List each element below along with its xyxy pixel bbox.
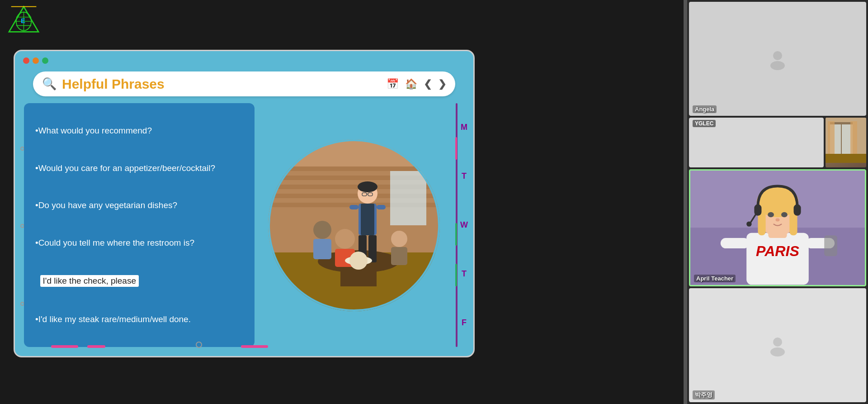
- svg-point-39: [773, 51, 782, 60]
- april-video-bg: PARIS: [690, 171, 865, 285]
- bottom-deco-1: [51, 345, 78, 348]
- svg-rect-25: [361, 204, 374, 235]
- svg-text:PARIS: PARIS: [756, 243, 799, 260]
- home-icon[interactable]: 🏠: [405, 78, 417, 90]
- svg-point-63: [746, 222, 751, 227]
- svg-point-58: [781, 212, 788, 217]
- phrase-6: •I'd like my steak rare/medium/well done…: [35, 314, 243, 324]
- marker-t2: [455, 264, 457, 286]
- panel-divider[interactable]: [684, 0, 687, 404]
- participant-angela: Angela: [689, 2, 866, 116]
- phrase-2: •Would you care for an appetizer/beer/co…: [35, 163, 243, 173]
- bottom-deco-2: [87, 345, 105, 348]
- svg-point-59: [775, 219, 779, 222]
- participant-park: 박주영: [689, 288, 866, 402]
- slide-container: 🔍 Helpful Phrases 📅 🏠 ❮ ❯ M T W T: [14, 50, 475, 357]
- toolbar-icons: 📅 🏠 ❮ ❯: [387, 78, 446, 90]
- weekday-letters: M T W T F: [460, 103, 468, 347]
- phrase-3: •Do you have any vegetarian dishes?: [35, 200, 243, 210]
- thumbnail-scene: [826, 118, 866, 163]
- phrase-4: •Could you tell me where the restroom is…: [35, 238, 243, 248]
- park-no-video-icon: [766, 334, 789, 356]
- svg-rect-64: [721, 238, 749, 248]
- logo: E: [7, 5, 43, 36]
- svg-rect-61: [794, 204, 801, 216]
- letter-f: F: [462, 318, 467, 328]
- phrase-1: •What would you recommend?: [35, 126, 243, 136]
- svg-rect-10: [268, 166, 440, 171]
- svg-point-32: [335, 229, 355, 249]
- marker-w: [455, 223, 457, 246]
- restaurant-image: [268, 139, 440, 311]
- restaurant-image-container: [261, 103, 446, 347]
- minimize-dot[interactable]: [33, 57, 39, 64]
- svg-rect-26: [349, 205, 359, 209]
- svg-text:E: E: [21, 17, 25, 24]
- phrase-highlight: I'd like the check, please: [40, 275, 139, 287]
- phrase-5: I'd like the check, please: [35, 275, 243, 287]
- svg-point-67: [773, 337, 782, 347]
- svg-rect-27: [377, 205, 386, 209]
- close-dot[interactable]: [23, 57, 29, 64]
- svg-rect-46: [850, 121, 857, 155]
- phrases-card: •What would you recommend? •Would you ca…: [24, 103, 255, 347]
- search-bar: 🔍 Helpful Phrases 📅 🏠 ❮ ❯: [33, 71, 455, 96]
- bottom-circle: [196, 342, 202, 348]
- marker-t1: [455, 137, 457, 160]
- svg-point-34: [391, 231, 407, 247]
- yglec-label: YGLEC: [693, 120, 716, 127]
- calendar-icon[interactable]: 📅: [387, 78, 399, 90]
- svg-point-68: [770, 347, 785, 356]
- letter-t2: T: [462, 269, 467, 279]
- angela-label: Angela: [693, 105, 717, 113]
- window-controls: [23, 57, 48, 64]
- park-label: 박주영: [693, 390, 715, 399]
- svg-point-37: [349, 252, 368, 270]
- svg-rect-66: [824, 236, 837, 257]
- letter-m: M: [461, 123, 467, 132]
- slide-title: Helpful Phrases: [62, 76, 165, 92]
- search-icon: 🔍: [42, 77, 57, 91]
- svg-rect-31: [313, 239, 331, 259]
- svg-point-57: [768, 212, 774, 217]
- prev-icon[interactable]: ❮: [424, 78, 432, 90]
- svg-point-30: [313, 221, 331, 239]
- participant-april: PARIS: [689, 169, 866, 286]
- svg-rect-18: [390, 171, 426, 225]
- bottom-deco-3: [241, 345, 268, 348]
- yglec-row: YGLEC: [689, 118, 866, 167]
- letter-w: W: [460, 220, 468, 230]
- svg-rect-47: [826, 154, 866, 163]
- april-label: April Teacher: [694, 275, 736, 282]
- svg-rect-45: [828, 121, 835, 155]
- letter-t1: T: [462, 171, 467, 181]
- slide-content: •What would you recommend? •Would you ca…: [24, 103, 446, 347]
- svg-point-40: [770, 61, 785, 70]
- main-presentation-area: E 🔍 Helpful Phrases 📅 🏠 ❮ ❯: [0, 0, 684, 404]
- maximize-dot[interactable]: [42, 57, 48, 64]
- participants-panel: Angela YGLEC: [687, 0, 868, 404]
- yglec-main-tile: YGLEC: [689, 118, 824, 167]
- svg-point-20: [358, 181, 377, 192]
- yglec-thumbnail: [826, 118, 866, 167]
- no-video-icon: [766, 48, 789, 70]
- next-icon[interactable]: ❯: [438, 78, 446, 90]
- svg-rect-35: [391, 247, 407, 265]
